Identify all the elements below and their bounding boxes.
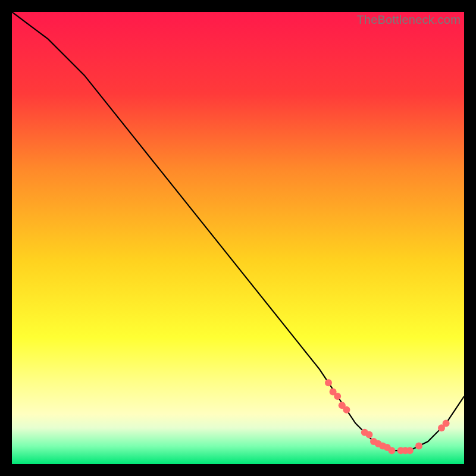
bottleneck-chart [12,12,464,464]
chart-frame: TheBottleneck.com [12,12,464,464]
marker-point [343,406,350,414]
marker-point [365,431,372,439]
marker-point [443,420,450,427]
chart-background [12,12,464,464]
marker-point [325,379,332,386]
watermark-text: TheBottleneck.com [356,13,461,27]
marker-point [415,443,422,450]
marker-point [388,447,395,454]
marker-point [406,447,414,454]
marker-point [334,393,341,400]
